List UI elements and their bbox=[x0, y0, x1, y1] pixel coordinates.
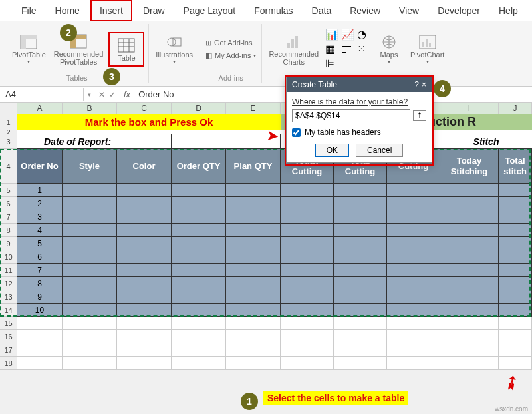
cell[interactable] bbox=[440, 357, 499, 370]
cell[interactable] bbox=[334, 277, 387, 290]
cell[interactable] bbox=[226, 277, 281, 290]
col-header-i[interactable]: I bbox=[440, 103, 499, 114]
tab-insert[interactable]: Insert bbox=[90, 0, 132, 21]
cell[interactable] bbox=[117, 237, 172, 250]
cell[interactable] bbox=[334, 264, 387, 277]
chart-scatter-button[interactable]: ⁙ bbox=[356, 43, 370, 56]
cell[interactable] bbox=[387, 290, 440, 304]
tab-draw[interactable]: Draw bbox=[135, 1, 173, 20]
cell[interactable] bbox=[63, 304, 117, 317]
cell[interactable] bbox=[334, 317, 387, 330]
row-header[interactable]: 14 bbox=[0, 304, 17, 317]
cell[interactable] bbox=[499, 250, 532, 264]
cell[interactable] bbox=[387, 224, 440, 237]
cell[interactable] bbox=[63, 290, 117, 304]
cell[interactable] bbox=[226, 304, 281, 317]
cell[interactable] bbox=[387, 264, 440, 277]
cell[interactable] bbox=[226, 197, 281, 210]
cell[interactable] bbox=[172, 250, 226, 264]
cell[interactable] bbox=[172, 290, 226, 304]
cell[interactable] bbox=[226, 224, 281, 237]
cell[interactable] bbox=[499, 224, 532, 237]
cell[interactable] bbox=[281, 184, 334, 197]
cell[interactable] bbox=[63, 357, 117, 370]
cell[interactable] bbox=[334, 237, 387, 250]
cell[interactable] bbox=[499, 290, 532, 304]
row-header[interactable]: 9 bbox=[0, 237, 17, 250]
header-total-stitch[interactable]: Total stitch bbox=[499, 149, 532, 184]
my-addins-button[interactable]: ◧ My Add-ins ▾ bbox=[204, 50, 257, 61]
cell[interactable] bbox=[63, 197, 117, 210]
row-header[interactable]: 16 bbox=[0, 330, 17, 343]
cell[interactable] bbox=[499, 197, 532, 210]
header-color[interactable]: Color bbox=[117, 149, 172, 184]
recommended-charts-button[interactable]: Recommended Charts bbox=[266, 30, 321, 69]
cell[interactable] bbox=[226, 343, 281, 357]
cell[interactable] bbox=[440, 237, 499, 250]
cell[interactable] bbox=[387, 184, 440, 197]
cancel-formula-icon[interactable]: ✕ bbox=[98, 90, 105, 99]
cell[interactable] bbox=[387, 277, 440, 290]
cell[interactable] bbox=[226, 184, 281, 197]
headers-checkbox[interactable] bbox=[292, 128, 301, 137]
cell[interactable] bbox=[172, 264, 226, 277]
chart-line-button[interactable]: 📈 bbox=[340, 28, 354, 41]
cell[interactable] bbox=[334, 304, 387, 317]
cell[interactable] bbox=[387, 357, 440, 370]
cell[interactable] bbox=[17, 330, 63, 343]
fx-icon[interactable]: fx bbox=[120, 89, 134, 99]
cell[interactable] bbox=[63, 184, 117, 197]
cell[interactable] bbox=[440, 197, 499, 210]
chart-hier-button[interactable]: ▦ bbox=[324, 43, 338, 56]
cell[interactable] bbox=[281, 237, 334, 250]
cell[interactable] bbox=[172, 184, 226, 197]
cell[interactable] bbox=[281, 330, 334, 343]
tab-view[interactable]: View bbox=[391, 1, 427, 20]
cell[interactable]: 5 bbox=[17, 237, 63, 250]
cell[interactable] bbox=[499, 317, 532, 330]
cell[interactable] bbox=[499, 304, 532, 317]
cell[interactable] bbox=[387, 237, 440, 250]
recommended-pivottables-button[interactable]: Recommended PivotTables bbox=[51, 30, 106, 69]
cell[interactable]: 6 bbox=[17, 250, 63, 264]
pivotchart-button[interactable]: PivotChart▾ bbox=[408, 31, 447, 67]
cell[interactable] bbox=[281, 264, 334, 277]
col-header-b[interactable]: B bbox=[63, 103, 117, 114]
cell[interactable] bbox=[17, 317, 63, 330]
cell[interactable] bbox=[387, 317, 440, 330]
cell[interactable] bbox=[334, 357, 387, 370]
cell[interactable] bbox=[63, 317, 117, 330]
row-header[interactable]: 8 bbox=[0, 224, 17, 237]
name-box-dropdown[interactable]: ▾ bbox=[84, 91, 94, 98]
cell[interactable] bbox=[281, 224, 334, 237]
cell[interactable]: 7 bbox=[17, 264, 63, 277]
cell[interactable] bbox=[499, 330, 532, 343]
cell[interactable] bbox=[334, 224, 387, 237]
cell[interactable] bbox=[172, 224, 226, 237]
chart-col-button[interactable]: 📊 bbox=[324, 28, 338, 41]
tab-help[interactable]: Help bbox=[491, 1, 526, 20]
cell[interactable] bbox=[440, 277, 499, 290]
col-header-a[interactable]: A bbox=[17, 103, 63, 114]
cell[interactable] bbox=[281, 304, 334, 317]
cell[interactable] bbox=[387, 343, 440, 357]
cell[interactable] bbox=[117, 304, 172, 317]
cell[interactable] bbox=[440, 210, 499, 224]
cell[interactable] bbox=[117, 184, 172, 197]
dialog-titlebar[interactable]: Create Table ? × bbox=[287, 77, 432, 92]
cell[interactable] bbox=[281, 250, 334, 264]
cell[interactable] bbox=[63, 210, 117, 224]
cell[interactable] bbox=[440, 224, 499, 237]
cell[interactable] bbox=[499, 184, 532, 197]
cell[interactable] bbox=[440, 250, 499, 264]
cell[interactable] bbox=[334, 184, 387, 197]
cell[interactable] bbox=[226, 250, 281, 264]
cell[interactable] bbox=[117, 197, 172, 210]
cell[interactable] bbox=[281, 317, 334, 330]
cell[interactable] bbox=[387, 197, 440, 210]
chart-stat-button[interactable]: ⫍ bbox=[340, 43, 354, 56]
cell[interactable] bbox=[334, 210, 387, 224]
cell[interactable] bbox=[172, 210, 226, 224]
cell[interactable] bbox=[334, 250, 387, 264]
ok-button[interactable]: OK bbox=[315, 144, 349, 157]
